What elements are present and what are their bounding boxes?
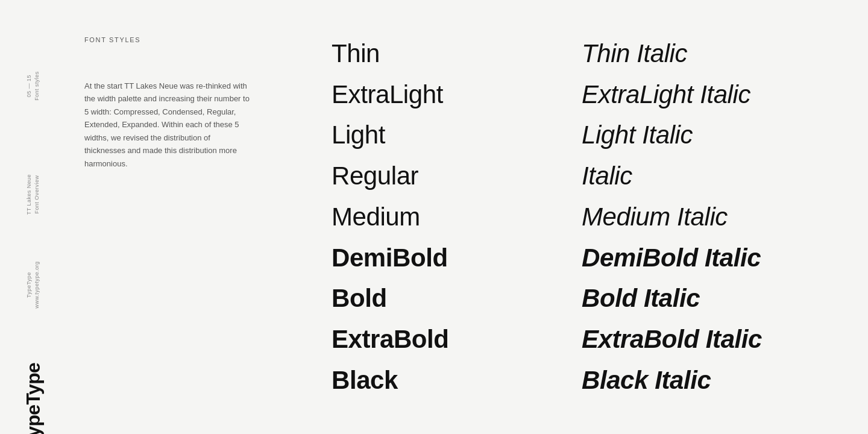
font-name-demibold: DemiBold <box>332 244 448 272</box>
font-row-demibold: DemiBold <box>332 244 582 272</box>
font-row-extrabold: ExtraBold <box>332 325 582 354</box>
sidebar: 05 — 15 Font styles TT Lakes Neue Font O… <box>0 0 66 434</box>
font-row-italic-thin: Thin Italic <box>582 39 832 68</box>
font-name-italic-extrabold: ExtraBold Italic <box>582 325 762 354</box>
font-row-italic-light: Light Italic <box>582 121 832 149</box>
sidebar-label-font-name: TT Lakes Neue Font Overview <box>25 174 40 215</box>
font-name-extrabold: ExtraBold <box>332 325 449 354</box>
font-name-italic-thin: Thin Italic <box>582 39 687 68</box>
font-name-italic-regular: Italic <box>582 162 632 190</box>
main-content: ThinExtraLightLightRegularMediumDemiBold… <box>295 0 868 434</box>
section-label: FONT STYLES <box>84 36 271 43</box>
font-name-italic-light: Light Italic <box>582 121 693 149</box>
font-name-bold: Bold <box>332 284 387 313</box>
font-row-extralight: ExtraLight <box>332 80 582 109</box>
font-name-medium: Medium <box>332 203 420 231</box>
font-row-regular: Regular <box>332 162 582 190</box>
font-name-italic-medium: Medium Italic <box>582 203 728 231</box>
sidebar-label-page-number: 05 — 15 Font styles <box>25 71 40 100</box>
font-name-italic-bold: Bold Italic <box>582 284 700 313</box>
font-row-light: Light <box>332 121 582 149</box>
font-row-italic-extralight: ExtraLight Italic <box>582 80 832 109</box>
page-container: 05 — 15 Font styles TT Lakes Neue Font O… <box>0 0 868 434</box>
font-name-italic-demibold: DemiBold Italic <box>582 244 761 272</box>
font-name-regular: Regular <box>332 162 418 190</box>
font-column-italic: Thin ItalicExtraLight ItalicLight Italic… <box>582 24 832 410</box>
sidebar-label-typetype: TypeType www.typetype.org <box>25 261 40 308</box>
font-name-italic-extralight: ExtraLight Italic <box>582 80 750 109</box>
font-name-black: Black <box>332 366 398 395</box>
font-name-light: Light <box>332 121 385 149</box>
font-row-italic-demibold: DemiBold Italic <box>582 244 832 272</box>
font-column-upright: ThinExtraLightLightRegularMediumDemiBold… <box>332 24 582 410</box>
font-row-italic-extrabold: ExtraBold Italic <box>582 325 832 354</box>
font-row-italic-regular: Italic <box>582 162 832 190</box>
font-row-bold: Bold <box>332 284 582 313</box>
font-row-italic-black: Black Italic <box>582 366 832 395</box>
font-row-black: Black <box>332 366 582 395</box>
font-row-italic-medium: Medium Italic <box>582 203 832 231</box>
font-name-extralight: ExtraLight <box>332 80 443 109</box>
font-row-italic-bold: Bold Italic <box>582 284 832 313</box>
description-text: At the start TT Lakes Neue was re-thinke… <box>84 80 253 170</box>
font-name-italic-black: Black Italic <box>582 366 711 395</box>
font-row-medium: Medium <box>332 203 582 231</box>
left-panel: FONT STYLES At the start TT Lakes Neue w… <box>66 0 295 434</box>
sidebar-logo: TypeType <box>22 363 45 434</box>
font-name-thin: Thin <box>332 39 380 68</box>
font-row-thin: Thin <box>332 39 582 68</box>
